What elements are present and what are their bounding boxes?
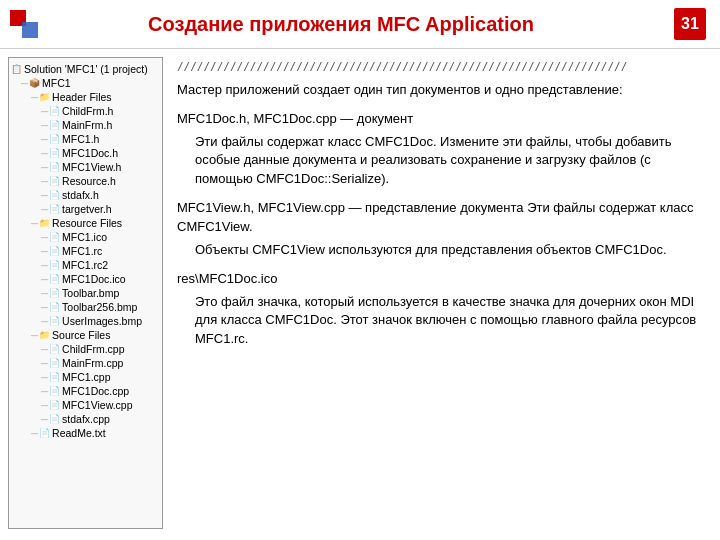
tree-label-mfc1: MFC1 — [42, 77, 71, 89]
tree-item-resource_files[interactable]: ─ 📁Resource Files — [11, 216, 160, 230]
tree-label-mfc1doc_h: MFC1Doc.h — [62, 147, 118, 159]
tree-item-mfc1view_h[interactable]: ─ 📄MFC1View.h — [11, 160, 160, 174]
divider-line: ////////////////////////////////////////… — [177, 59, 706, 75]
logo-icon — [10, 10, 38, 38]
tree-item-mainfrm_cpp[interactable]: ─ 📄MainFrm.cpp — [11, 356, 160, 370]
tree-item-source_files[interactable]: ─ 📁Source Files — [11, 328, 160, 342]
tree-label-mfc1_rc: MFC1.rc — [62, 245, 102, 257]
tree-item-toolbar256_bmp[interactable]: ─ 📄Toolbar256.bmp — [11, 300, 160, 314]
slide-container: Создание приложения MFC Application 31 📋… — [0, 0, 720, 540]
tree-label-mfc1doc_cpp: MFC1Doc.cpp — [62, 385, 129, 397]
tree-item-header_files[interactable]: ─ 📁Header Files — [11, 90, 160, 104]
tree-label-solution: Solution 'MFC1' (1 project) — [24, 63, 148, 75]
slide-title: Создание приложения MFC Application — [38, 13, 674, 36]
tree-label-header_files: Header Files — [52, 91, 112, 103]
tree-label-resource_files: Resource Files — [52, 217, 122, 229]
paragraph-3-body: Объекты CMFC1View используются для предс… — [177, 241, 706, 260]
tree-label-source_files: Source Files — [52, 329, 110, 341]
tree-item-toolbar_bmp[interactable]: ─ 📄Toolbar.bmp — [11, 286, 160, 300]
paragraph-4: res\MFC1Doc.ico Это файл значка, который… — [177, 270, 706, 349]
paragraph-2: MFC1Doc.h, MFC1Doc.cpp — документ Эти фа… — [177, 110, 706, 189]
tree-item-mfc1doc_cpp[interactable]: ─ 📄MFC1Doc.cpp — [11, 384, 160, 398]
tree-item-mfc1view_cpp[interactable]: ─ 📄MFC1View.cpp — [11, 398, 160, 412]
tree-label-resource_h: Resource.h — [62, 175, 116, 187]
tree-item-stdafx_cpp[interactable]: ─ 📄stdafx.cpp — [11, 412, 160, 426]
tree-item-readme_txt[interactable]: ─ 📄ReadMe.txt — [11, 426, 160, 440]
tree-item-userimages_bmp[interactable]: ─ 📄UserImages.bmp — [11, 314, 160, 328]
slide-number: 31 — [674, 8, 706, 40]
tree-label-stdafx_cpp: stdafx.cpp — [62, 413, 110, 425]
tree-label-toolbar256_bmp: Toolbar256.bmp — [62, 301, 137, 313]
text-panel: ////////////////////////////////////////… — [173, 57, 710, 529]
paragraph-4-body: Это файл значка, который используется в … — [177, 293, 706, 350]
paragraph-2-body: Эти файлы содержат класс CMFC1Doc. Измен… — [177, 133, 706, 190]
main-content: 📋Solution 'MFC1' (1 project)─ 📦MFC1─ 📁He… — [0, 49, 720, 537]
tree-label-targetver_h: targetver.h — [62, 203, 112, 215]
tree-item-childfrm_cpp[interactable]: ─ 📄ChildFrm.cpp — [11, 342, 160, 356]
logo — [10, 10, 38, 38]
tree-item-mfc1_rc[interactable]: ─ 📄MFC1.rc — [11, 244, 160, 258]
header: Создание приложения MFC Application 31 — [0, 0, 720, 49]
tree-item-stdafx_h[interactable]: ─ 📄stdafx.h — [11, 188, 160, 202]
paragraph-1-text: Мастер приложений создает один тип докум… — [177, 81, 706, 100]
tree-item-mfc1_cpp[interactable]: ─ 📄MFC1.cpp — [11, 370, 160, 384]
tree-item-solution[interactable]: 📋Solution 'MFC1' (1 project) — [11, 62, 160, 76]
tree-item-resource_h[interactable]: ─ 📄Resource.h — [11, 174, 160, 188]
tree-label-mfc1_cpp: MFC1.cpp — [62, 371, 110, 383]
tree-item-mfc1_h[interactable]: ─ 📄MFC1.h — [11, 132, 160, 146]
tree-label-toolbar_bmp: Toolbar.bmp — [62, 287, 119, 299]
paragraph-2-title: MFC1Doc.h, MFC1Doc.cpp — документ — [177, 110, 706, 129]
tree-item-mfc1doc_ico[interactable]: ─ 📄MFC1Doc.ico — [11, 272, 160, 286]
tree-label-mainfrm_h: MainFrm.h — [62, 119, 112, 131]
tree-label-childfrm_cpp: ChildFrm.cpp — [62, 343, 124, 355]
tree-item-mfc1_rc2[interactable]: ─ 📄MFC1.rc2 — [11, 258, 160, 272]
tree-label-mfc1_ico: MFC1.ico — [62, 231, 107, 243]
paragraph-3: MFC1View.h, MFC1View.cpp — представление… — [177, 199, 706, 260]
tree-item-mfc1doc_h[interactable]: ─ 📄MFC1Doc.h — [11, 146, 160, 160]
tree-label-mfc1doc_ico: MFC1Doc.ico — [62, 273, 126, 285]
tree-label-mfc1_h: MFC1.h — [62, 133, 99, 145]
tree-label-childfrm_h: ChildFrm.h — [62, 105, 113, 117]
tree-label-mfc1view_h: MFC1View.h — [62, 161, 121, 173]
file-tree-panel[interactable]: 📋Solution 'MFC1' (1 project)─ 📦MFC1─ 📁He… — [8, 57, 163, 529]
tree-item-childfrm_h[interactable]: ─ 📄ChildFrm.h — [11, 104, 160, 118]
tree-label-stdafx_h: stdafx.h — [62, 189, 99, 201]
tree-label-userimages_bmp: UserImages.bmp — [62, 315, 142, 327]
tree-label-mainfrm_cpp: MainFrm.cpp — [62, 357, 123, 369]
tree-item-targetver_h[interactable]: ─ 📄targetver.h — [11, 202, 160, 216]
paragraph-1: Мастер приложений создает один тип докум… — [177, 81, 706, 100]
tree-item-mfc1[interactable]: ─ 📦MFC1 — [11, 76, 160, 90]
paragraph-3-title: MFC1View.h, MFC1View.cpp — представление… — [177, 199, 706, 237]
tree-label-mfc1_rc2: MFC1.rc2 — [62, 259, 108, 271]
paragraph-4-title: res\MFC1Doc.ico — [177, 270, 706, 289]
tree-item-mfc1_ico[interactable]: ─ 📄MFC1.ico — [11, 230, 160, 244]
tree-label-readme_txt: ReadMe.txt — [52, 427, 106, 439]
tree-item-mainfrm_h[interactable]: ─ 📄MainFrm.h — [11, 118, 160, 132]
tree-label-mfc1view_cpp: MFC1View.cpp — [62, 399, 132, 411]
